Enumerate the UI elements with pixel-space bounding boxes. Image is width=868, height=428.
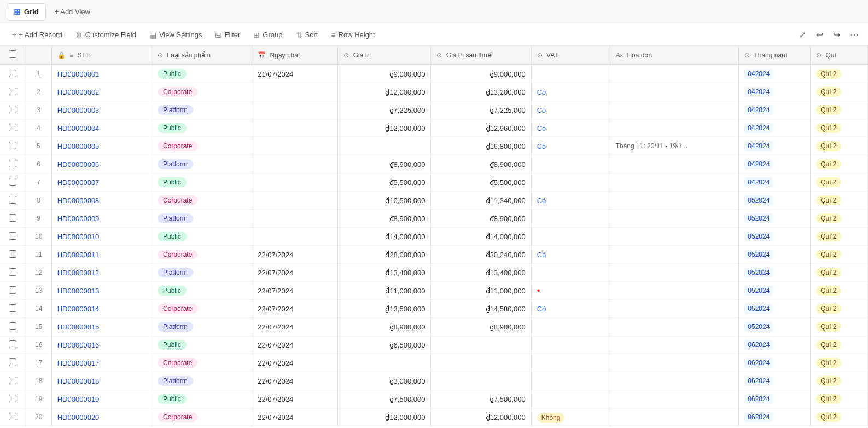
qui-cell[interactable]: Quí 2 — [811, 210, 868, 228]
ngay-cell[interactable]: 22/07/2024 — [252, 390, 338, 408]
thang-nam-cell[interactable]: 062024 — [739, 390, 811, 408]
more-button[interactable]: ⋯ — [847, 27, 861, 43]
stt-cell[interactable]: HD00000010 — [51, 228, 152, 246]
qui-cell[interactable]: Quí 2 — [811, 318, 868, 336]
gia-tri-sau-thue-cell[interactable]: ₫5,500,000 — [431, 173, 531, 192]
hoa-don-cell[interactable] — [610, 282, 739, 300]
thang-nam-cell[interactable]: 062024 — [739, 336, 811, 354]
vat-cell[interactable]: Có — [531, 300, 610, 318]
row-checkbox[interactable] — [9, 106, 16, 113]
gia-tri-sau-thue-header[interactable]: ⊙ Giá trị sau thuế — [431, 46, 531, 65]
gia-tri-sau-thue-cell[interactable]: ₫8,900,000 — [431, 318, 531, 336]
hoa-don-cell[interactable] — [610, 65, 739, 83]
vat-cell[interactable]: Có — [531, 119, 610, 137]
qui-cell[interactable]: Quí 2 — [811, 192, 868, 210]
loai-cell[interactable]: Corporate — [152, 408, 252, 426]
thang-nam-cell[interactable]: 052024 — [739, 228, 811, 246]
filter-button[interactable]: ⊟ Filter — [209, 28, 246, 42]
row-checkbox[interactable] — [9, 214, 16, 222]
stt-cell[interactable]: HD00000017 — [51, 354, 152, 372]
stt-cell[interactable]: HD00000019 — [51, 390, 152, 408]
loai-cell[interactable]: Public — [152, 119, 252, 137]
ngay-cell[interactable]: 22/07/2024 — [252, 372, 338, 390]
gia-tri-sau-thue-cell[interactable]: ₫12,000,000 — [431, 408, 531, 426]
qui-cell[interactable]: Quí 2 — [811, 354, 868, 372]
gia-tri-cell[interactable]: ₫13,400,000 — [338, 264, 431, 282]
ngay-cell[interactable] — [252, 155, 338, 173]
vat-cell[interactable] — [531, 318, 610, 336]
row-checkbox[interactable] — [9, 142, 16, 149]
gia-tri-sau-thue-cell[interactable]: ₫8,900,000 — [431, 155, 531, 173]
vat-cell[interactable] — [531, 155, 610, 173]
row-checkbox[interactable] — [9, 395, 16, 402]
gia-tri-cell[interactable]: ₫3,000,000 — [338, 372, 431, 390]
qui-cell[interactable]: Quí 2 — [811, 65, 868, 83]
gia-tri-header[interactable]: ⊙ Giá trị — [338, 46, 431, 65]
gia-tri-sau-thue-cell[interactable] — [431, 336, 531, 354]
sort-button[interactable]: ⇅ Sort — [290, 28, 324, 42]
gia-tri-cell[interactable]: ₫13,500,000 — [338, 300, 431, 318]
checkbox-header[interactable] — [0, 46, 26, 65]
gia-tri-sau-thue-cell[interactable]: ₫13,400,000 — [431, 264, 531, 282]
loai-cell[interactable]: Public — [152, 282, 252, 300]
qui-cell[interactable]: Quí 2 — [811, 246, 868, 264]
ngay-cell[interactable] — [252, 228, 338, 246]
loai-cell[interactable]: Corporate — [152, 354, 252, 372]
thang-nam-cell[interactable]: 062024 — [739, 354, 811, 372]
vat-cell[interactable]: Có — [531, 83, 610, 101]
ngay-cell[interactable]: 22/07/2024 — [252, 336, 338, 354]
qui-cell[interactable]: Quí 2 — [811, 83, 868, 101]
qui-header[interactable]: ⊙ Quí — [811, 46, 868, 65]
gia-tri-sau-thue-cell[interactable]: ₫7,225,000 — [431, 101, 531, 119]
ngay-cell[interactable]: 22/07/2024 — [252, 282, 338, 300]
thang-nam-header[interactable]: ⊙ Tháng năm — [739, 46, 811, 65]
qui-cell[interactable]: Quí 2 — [811, 372, 868, 390]
thang-nam-cell[interactable]: 062024 — [739, 408, 811, 426]
ngay-cell[interactable] — [252, 173, 338, 192]
thang-nam-cell[interactable]: 042024 — [739, 119, 811, 137]
qui-cell[interactable]: Quí 2 — [811, 300, 868, 318]
qui-cell[interactable]: Quí 2 — [811, 282, 868, 300]
gia-tri-cell[interactable]: ₫14,000,000 — [338, 228, 431, 246]
hoa-don-cell[interactable] — [610, 318, 739, 336]
thang-nam-cell[interactable]: 052024 — [739, 192, 811, 210]
vat-cell[interactable]: • — [531, 282, 610, 300]
ngay-cell[interactable]: 21/07/2024 — [252, 65, 338, 83]
hoa-don-cell[interactable] — [610, 210, 739, 228]
gia-tri-sau-thue-cell[interactable]: ₫11,000,000 — [431, 282, 531, 300]
row-checkbox[interactable] — [9, 232, 16, 240]
hoa-don-cell[interactable] — [610, 390, 739, 408]
gia-tri-cell[interactable]: ₫8,900,000 — [338, 210, 431, 228]
row-checkbox[interactable] — [9, 358, 16, 366]
row-checkbox[interactable] — [9, 178, 16, 186]
qui-cell[interactable]: Quí 2 — [811, 228, 868, 246]
qui-cell[interactable]: Quí 2 — [811, 173, 868, 192]
stt-cell[interactable]: HD00000018 — [51, 372, 152, 390]
grid-tab[interactable]: ⊞ Grid — [7, 3, 46, 21]
qui-cell[interactable]: Quí 2 — [811, 336, 868, 354]
thang-nam-cell[interactable]: 062024 — [739, 372, 811, 390]
row-checkbox[interactable] — [9, 286, 16, 294]
qui-cell[interactable]: Quí 2 — [811, 119, 868, 137]
hoa-don-cell[interactable] — [610, 192, 739, 210]
stt-cell[interactable]: HD00000005 — [51, 137, 152, 155]
thang-nam-cell[interactable]: 042024 — [739, 155, 811, 173]
add-record-button[interactable]: + + Add Record — [7, 28, 68, 42]
row-checkbox[interactable] — [9, 377, 16, 384]
vat-cell[interactable] — [531, 65, 610, 83]
loai-header[interactable]: ⊙ Loại sản phẩm — [152, 46, 252, 65]
ngay-cell[interactable]: 22/07/2024 — [252, 318, 338, 336]
vat-cell[interactable]: Có — [531, 246, 610, 264]
row-checkbox[interactable] — [9, 268, 16, 276]
ngay-cell[interactable]: 22/07/2024 — [252, 264, 338, 282]
gia-tri-sau-thue-cell[interactable]: ₫8,900,000 — [431, 210, 531, 228]
stt-header[interactable]: 🔒 ≡ STT — [51, 46, 152, 65]
loai-cell[interactable]: Platform — [152, 155, 252, 173]
customize-field-button[interactable]: ⚙ Customize Field — [70, 28, 142, 42]
ngay-cell[interactable] — [252, 137, 338, 155]
vat-cell[interactable]: Có — [531, 192, 610, 210]
row-checkbox[interactable] — [9, 413, 16, 420]
loai-cell[interactable]: Corporate — [152, 246, 252, 264]
gia-tri-sau-thue-cell[interactable] — [431, 372, 531, 390]
loai-cell[interactable]: Corporate — [152, 192, 252, 210]
